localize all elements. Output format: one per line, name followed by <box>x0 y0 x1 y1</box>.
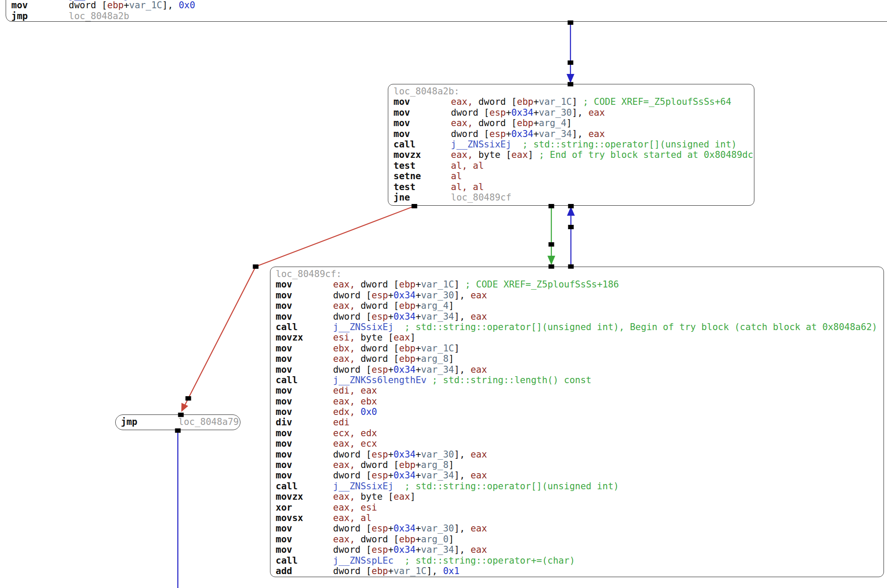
asm-row[interactable]: movedi, eax <box>276 385 882 396</box>
basic-block-jmp-loc_8048a79[interactable]: jmploc_8048a79 <box>115 414 240 430</box>
token-kw: + <box>534 107 539 118</box>
token-reg: eax, <box>333 396 355 407</box>
token-kw: dword [ <box>333 523 372 534</box>
token-var: arg_8 <box>421 354 448 364</box>
asm-row[interactable]: callj__ZNKSs6lengthEv ; std::string::len… <box>276 375 882 385</box>
token-fn: j__ZNSsixEj <box>333 322 393 332</box>
token-reg: eax <box>588 129 605 139</box>
token-kw <box>355 513 361 523</box>
operands: dword [ebp+var_1C], 0x0 <box>69 0 195 10</box>
token-kw: + <box>416 311 421 322</box>
asm-row[interactable]: moveax, ebx <box>276 396 882 407</box>
basic-block-previous[interactable]: callj__ZNSsixEjmovdword [ebp+var_1C], 0x… <box>6 0 887 22</box>
asm-row[interactable]: movsxeax, al <box>276 513 882 523</box>
token-kw: dword [ <box>355 460 399 470</box>
mnemonic: setne <box>393 171 451 181</box>
asm-row[interactable]: movdword [esp+0x34+var_30], eax <box>276 449 882 460</box>
token-kw: + <box>416 545 421 555</box>
asm-row[interactable]: movdword [esp+0x34+var_34], eax <box>393 129 752 139</box>
token-reg: al, <box>451 182 467 192</box>
operands: eax, ebx <box>333 396 377 407</box>
mnemonic: mov <box>393 97 451 107</box>
mnemonic: mov <box>276 364 333 375</box>
asm-row[interactable]: movdword [esp+0x34+var_30], eax <box>276 290 882 301</box>
asm-row[interactable]: callj__ZNSspLEc ; std::string::operator+… <box>276 555 882 566</box>
token-kw: + <box>388 566 393 576</box>
asm-row[interactable]: moveax, dword [ebp+arg_8] <box>276 460 882 470</box>
operands: edi <box>333 417 350 428</box>
token-kw <box>355 385 361 396</box>
operands: j__ZNKSs6lengthEv ; std::string::length(… <box>333 375 591 385</box>
asm-row[interactable]: callj__ZNSsixEj <box>11 0 887 1</box>
operands: dword [esp+0x34+var_34], eax <box>333 364 487 375</box>
asm-row[interactable]: jneloc_80489cf <box>393 192 752 203</box>
asm-row[interactable]: testal, al <box>393 182 752 192</box>
mnemonic: test <box>393 182 451 192</box>
edge-incoming-blue <box>567 20 574 87</box>
token-reg: eax, <box>333 491 355 502</box>
token-reg: eax <box>393 491 410 502</box>
asm-row[interactable]: setneal <box>393 171 752 181</box>
asm-row[interactable]: movdword [esp+0x34+var_30], eax <box>393 107 752 118</box>
token-kw: dword [ <box>333 364 372 375</box>
asm-row[interactable]: movzxesi, byte [eax] <box>276 332 882 343</box>
asm-row[interactable]: xoreax, esi <box>276 502 882 513</box>
mnemonic: mov <box>276 290 333 301</box>
asm-row[interactable]: adddword [ebp+var_1C], 0x1 <box>276 566 882 576</box>
asm-row[interactable]: callj__ZNSsixEj ; std::string::operator[… <box>276 322 882 332</box>
token-reg: eax, <box>333 354 355 364</box>
token-kw: ], <box>454 311 470 322</box>
token-cm: ; CODE XREF=_Z5ploufSsSs+186 <box>465 279 619 290</box>
asm-row[interactable]: testal, al <box>393 160 752 171</box>
asm-row[interactable]: moveax, dword [ebp+var_1C] ; CODE XREF=_… <box>276 279 882 290</box>
mnemonic: mov <box>276 343 333 354</box>
asm-row[interactable]: movdword [esp+0x34+var_34], eax <box>276 311 882 322</box>
token-reg: al, <box>451 160 467 171</box>
token-var: var_1C <box>393 566 427 576</box>
operands: eax, esi <box>333 502 377 513</box>
token-reg: edx, <box>333 407 355 417</box>
token-num: 0x1 <box>443 566 460 576</box>
asm-row[interactable]: movebx, dword [ebp+var_1C] <box>276 343 882 354</box>
asm-row[interactable]: moveax, ecx <box>276 438 882 449</box>
asm-row[interactable]: moveax, dword [ebp+arg_8] <box>276 354 882 364</box>
operands: ecx, edx <box>333 428 377 438</box>
mnemonic: call <box>393 139 451 150</box>
asm-row[interactable]: movedx, 0x0 <box>276 407 882 417</box>
token-fn: j__ZNSsixEj <box>333 481 393 491</box>
basic-block-loc_8048a2b[interactable]: loc_8048a2b:moveax, dword [ebp+var_1C] ;… <box>388 84 754 206</box>
asm-row[interactable]: movdword [esp+0x34+var_34], eax <box>276 545 882 555</box>
mnemonic: call <box>276 555 333 566</box>
token-var: var_30 <box>421 449 454 460</box>
asm-row[interactable]: moveax, dword [ebp+arg_4] <box>393 118 752 128</box>
asm-row[interactable]: loc_80489cf: <box>276 269 882 279</box>
asm-row[interactable]: movecx, edx <box>276 428 882 438</box>
asm-row[interactable]: moveax, dword [ebp+arg_4] <box>276 301 882 311</box>
token-reg: ebp <box>517 118 534 128</box>
token-kw: ], <box>427 566 443 576</box>
asm-row[interactable]: movzxeax, byte [eax] <box>276 491 882 502</box>
asm-row[interactable]: callj__ZNSsixEj ; std::string::operator[… <box>276 481 882 491</box>
asm-row[interactable]: moveax, dword [ebp+arg_0] <box>276 534 882 545</box>
asm-row[interactable]: loc_8048a2b: <box>393 86 752 97</box>
token-reg: al <box>473 160 484 171</box>
asm-row[interactable]: movdword [esp+0x34+var_30], eax <box>276 523 882 534</box>
mnemonic: call <box>276 481 333 491</box>
asm-row[interactable]: movdword [esp+0x34+var_34], eax <box>276 364 882 375</box>
token-kw: + <box>506 129 511 139</box>
asm-row[interactable]: callj__ZNSsixEj ; std::string::operator[… <box>393 139 752 150</box>
asm-row[interactable]: movzxeax, byte [eax] ; End of try block … <box>393 150 752 160</box>
operands: dword [esp+0x34+var_34], eax <box>333 545 487 555</box>
asm-row[interactable]: movdword [ebp+var_1C], 0x0 <box>11 0 887 10</box>
operands: dword [esp+0x34+var_34], eax <box>333 311 487 322</box>
token-reg: eax <box>470 364 487 375</box>
operands: al, al <box>451 182 484 192</box>
asm-row[interactable]: moveax, dword [ebp+var_1C] ; CODE XREF=_… <box>393 97 752 107</box>
token-kw <box>355 428 361 438</box>
asm-row[interactable]: jmploc_8048a79 <box>121 417 238 427</box>
basic-block-loc_80489cf[interactable]: loc_80489cf:moveax, dword [ebp+var_1C] ;… <box>270 267 884 577</box>
operands: j__ZNSsixEj ; std::string::operator[](un… <box>333 481 619 491</box>
asm-row[interactable]: jmploc_8048a2b <box>11 11 887 21</box>
asm-row[interactable]: divedi <box>276 417 882 428</box>
asm-row[interactable]: movdword [esp+0x34+var_34], eax <box>276 470 882 481</box>
